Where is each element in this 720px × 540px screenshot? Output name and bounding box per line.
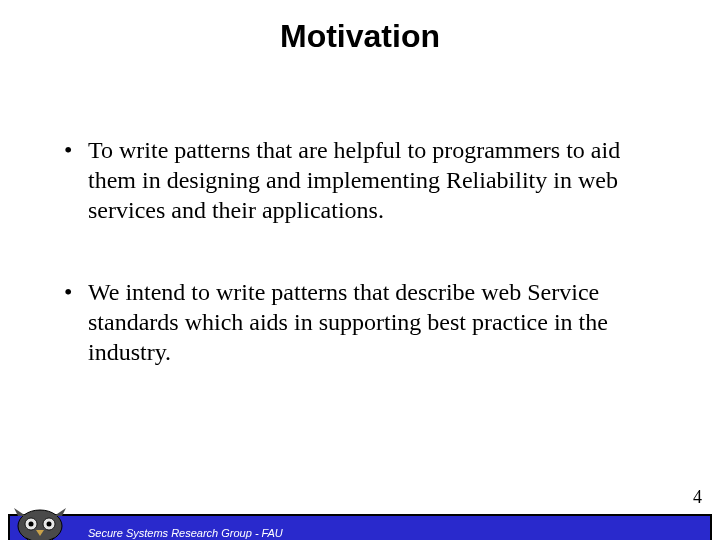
owl-icon (12, 506, 68, 540)
footer-text: Secure Systems Research Group - FAU (88, 527, 283, 539)
page-number: 4 (693, 487, 702, 508)
footer-bar: Secure Systems Research Group - FAU (8, 514, 712, 540)
bullet-item: To write patterns that are helpful to pr… (60, 135, 660, 225)
bullet-list: To write patterns that are helpful to pr… (60, 135, 660, 367)
slide: Motivation To write patterns that are he… (0, 18, 720, 540)
svg-point-4 (47, 522, 52, 527)
svg-point-3 (29, 522, 34, 527)
slide-title: Motivation (0, 18, 720, 55)
bullet-item: We intend to write patterns that describ… (60, 277, 660, 367)
slide-content: To write patterns that are helpful to pr… (60, 135, 660, 367)
